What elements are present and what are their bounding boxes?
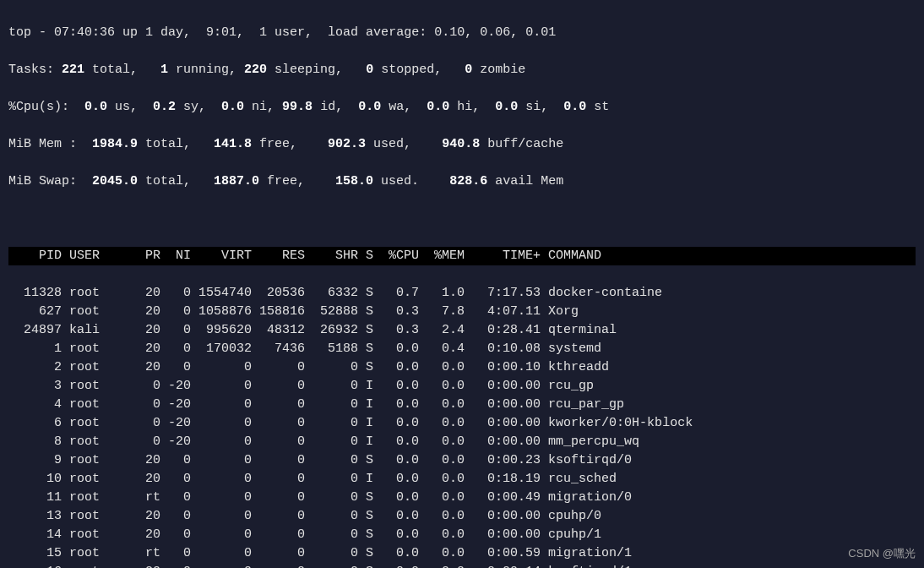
summary-line-cpu: %Cpu(s): 0.0 us, 0.2 sy, 0.0 ni, 99.8 id…: [8, 98, 916, 117]
process-row: 1 root 20 0 170032 7436 5188 S 0.0 0.4 0…: [8, 340, 916, 358]
process-row: 3 root 0 -20 0 0 0 I 0.0 0.0 0:00.00 rcu…: [8, 377, 916, 396]
summary-line-tasks: Tasks: 221 total, 1 running, 220 sleepin…: [8, 61, 916, 79]
blank-line: [8, 210, 916, 228]
process-row: 24897 kali 20 0 995620 48312 26932 S 0.3…: [8, 321, 916, 340]
summary-line-mem: MiB Mem : 1984.9 total, 141.8 free, 902.…: [8, 135, 916, 154]
process-row: 4 root 0 -20 0 0 0 I 0.0 0.0 0:00.00 rcu…: [8, 396, 916, 414]
process-row: 14 root 20 0 0 0 0 S 0.0 0.0 0:00.00 cpu…: [8, 526, 916, 544]
process-row: 6 root 0 -20 0 0 0 I 0.0 0.0 0:00.00 kwo…: [8, 414, 916, 433]
process-row: 16 root 20 0 0 0 0 S 0.0 0.0 0:00.14 kso…: [8, 563, 916, 568]
summary-line-1: top - 07:40:36 up 1 day, 9:01, 1 user, l…: [8, 24, 916, 42]
process-row: 627 root 20 0 1058876 158816 52888 S 0.3…: [8, 303, 916, 321]
terminal-output[interactable]: top - 07:40:36 up 1 day, 9:01, 1 user, l…: [0, 0, 924, 568]
watermark: CSDN @嘿光: [848, 544, 916, 563]
process-list: 11328 root 20 0 1554740 20536 6332 S 0.7…: [8, 284, 916, 568]
summary-line-swap: MiB Swap: 2045.0 total, 1887.0 free, 158…: [8, 172, 916, 191]
process-row: 11 root rt 0 0 0 0 S 0.0 0.0 0:00.49 mig…: [8, 489, 916, 507]
process-row: 13 root 20 0 0 0 0 S 0.0 0.0 0:00.00 cpu…: [8, 507, 916, 526]
process-row: 2 root 20 0 0 0 0 S 0.0 0.0 0:00.10 kthr…: [8, 358, 916, 377]
process-row: 9 root 20 0 0 0 0 S 0.0 0.0 0:00.23 ksof…: [8, 451, 916, 470]
process-row: 11328 root 20 0 1554740 20536 6332 S 0.7…: [8, 284, 916, 303]
process-row: 10 root 20 0 0 0 0 I 0.0 0.0 0:18.19 rcu…: [8, 470, 916, 489]
process-row: 8 root 0 -20 0 0 0 I 0.0 0.0 0:00.00 mm_…: [8, 433, 916, 451]
column-headers: PID USER PR NI VIRT RES SHR S %CPU %MEM …: [8, 247, 916, 265]
process-row: 15 root rt 0 0 0 0 S 0.0 0.0 0:00.59 mig…: [8, 544, 916, 563]
